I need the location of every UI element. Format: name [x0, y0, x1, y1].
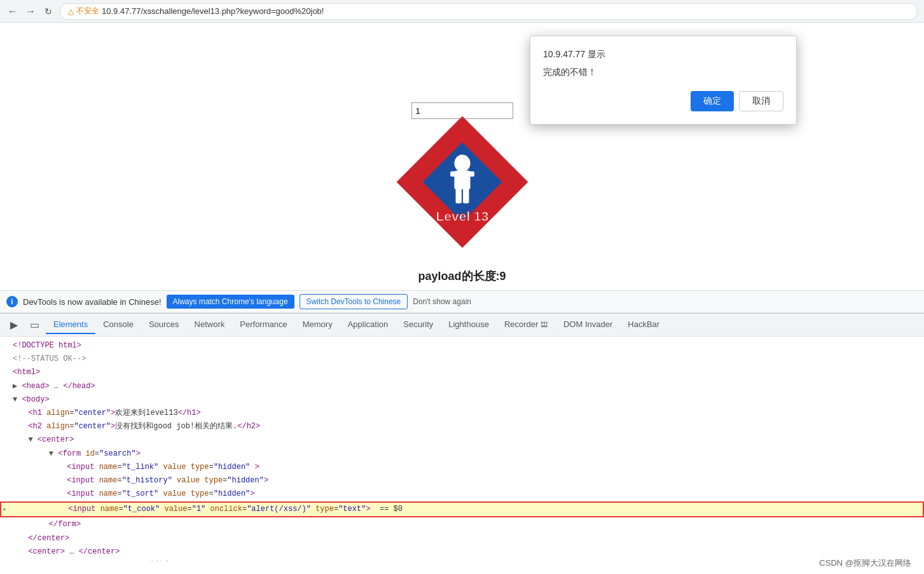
security-icon: △ — [68, 7, 74, 16]
cancel-button[interactable]: 取消 — [739, 91, 783, 111]
highlighted-input-line[interactable]: • <input name="t_cook" value="1" onclick… — [0, 501, 924, 517]
match-language-button[interactable]: Always match Chrome's language — [167, 295, 294, 309]
cursor-icon[interactable]: ▶ — [5, 316, 23, 334]
alert-buttons: 确定 取消 — [543, 91, 783, 111]
notif-text: DevTools is now available in Chinese! — [23, 297, 162, 307]
alert-message: 完成的不错！ — [543, 67, 783, 78]
code-line: ▶ <head> … </head> — [0, 380, 924, 393]
dont-show-again-link[interactable]: Don't show again — [413, 297, 471, 306]
tab-sources[interactable]: Sources — [141, 316, 187, 334]
tab-lighthouse[interactable]: Lighthouse — [441, 316, 497, 334]
device-icon[interactable]: ▭ — [25, 316, 43, 334]
devtools-notification: i DevTools is now available in Chinese! … — [0, 290, 924, 313]
payload-text: payload的长度:9 — [418, 269, 506, 284]
tab-hackbar[interactable]: HackBar — [620, 316, 667, 334]
alert-dialog: 10.9.47.77 显示 完成的不错！ 确定 取消 — [530, 36, 797, 125]
code-line: <h2 align="center">没有找到和good job!相关的结果.<… — [0, 420, 924, 433]
svg-rect-9 — [455, 189, 461, 204]
code-line: <h3 align="center">payload的长度:9</h3> — [0, 559, 924, 561]
reload-button[interactable]: ↻ — [42, 5, 55, 18]
svg-point-5 — [454, 155, 470, 172]
svg-rect-10 — [463, 189, 469, 204]
tab-security[interactable]: Security — [396, 316, 441, 334]
code-line: ▼ <body> — [0, 393, 924, 407]
footer-text: CSDN @抠脚大汉在网络 — [819, 558, 911, 568]
code-line: <input name="t_history" value type="hidd… — [0, 474, 924, 487]
code-line: <input name="t_link" value type="hidden"… — [0, 461, 924, 474]
back-button[interactable]: ← — [6, 5, 19, 18]
forward-button[interactable]: → — [24, 5, 37, 18]
devtools-code-content: <!DOCTYPE html> <!--STATUS OK--> <html> … — [0, 337, 924, 561]
page-content: 10.9.47.77 显示 完成的不错！ 确定 取消 — [0, 23, 924, 290]
tab-performance[interactable]: Performance — [232, 316, 294, 334]
footer: CSDN @抠脚大汉在网络 — [819, 557, 911, 569]
tab-application[interactable]: Application — [340, 316, 396, 334]
tab-memory[interactable]: Memory — [295, 316, 340, 334]
browser-bar: ← → ↻ △ 不安全 10.9.47.77/xsschallenge/leve… — [0, 0, 924, 23]
info-icon: i — [6, 296, 18, 307]
devtools-panel: ▶ ▭ Elements Console Sources Network Per… — [0, 313, 924, 561]
svg-rect-7 — [450, 171, 460, 176]
code-line: </center> — [0, 532, 924, 545]
url-text: 10.9.47.77/xsschallenge/level13.php?keyw… — [102, 6, 324, 16]
svg-rect-8 — [465, 171, 474, 176]
tab-console[interactable]: Console — [95, 316, 141, 334]
svg-text:Level 13: Level 13 — [436, 209, 488, 223]
level-badge: Level 13 — [396, 115, 529, 249]
alert-origin: 10.9.47.77 显示 — [543, 49, 783, 60]
confirm-button[interactable]: 确定 — [691, 91, 734, 111]
code-line: </form> — [0, 518, 924, 531]
tab-network[interactable]: Network — [187, 316, 233, 334]
security-label: 不安全 — [76, 6, 99, 17]
code-line: <html> — [0, 366, 924, 379]
code-line: <center> … </center> — [0, 545, 924, 559]
code-line: <!--STATUS OK--> — [0, 353, 924, 366]
devtools-tabs: ▶ ▭ Elements Console Sources Network Per… — [0, 314, 924, 337]
address-bar[interactable]: △ 不安全 10.9.47.77/xsschallenge/level13.ph… — [60, 3, 918, 20]
tab-dom-invader[interactable]: DOM Invader — [556, 316, 620, 334]
tab-recorder[interactable]: Recorder 𝍔 — [497, 316, 556, 334]
tab-elements[interactable]: Elements — [46, 316, 95, 334]
code-line: <input name="t_sort" value type="hidden"… — [0, 487, 924, 501]
code-line: <h1 align="center">欢迎来到level13</h1> — [0, 407, 924, 420]
code-line: <!DOCTYPE html> — [0, 339, 924, 353]
switch-chinese-button[interactable]: Switch DevTools to Chinese — [300, 294, 408, 309]
code-line: ▼ <center> — [0, 433, 924, 447]
code-line: ▼ <form id="search"> — [0, 447, 924, 461]
